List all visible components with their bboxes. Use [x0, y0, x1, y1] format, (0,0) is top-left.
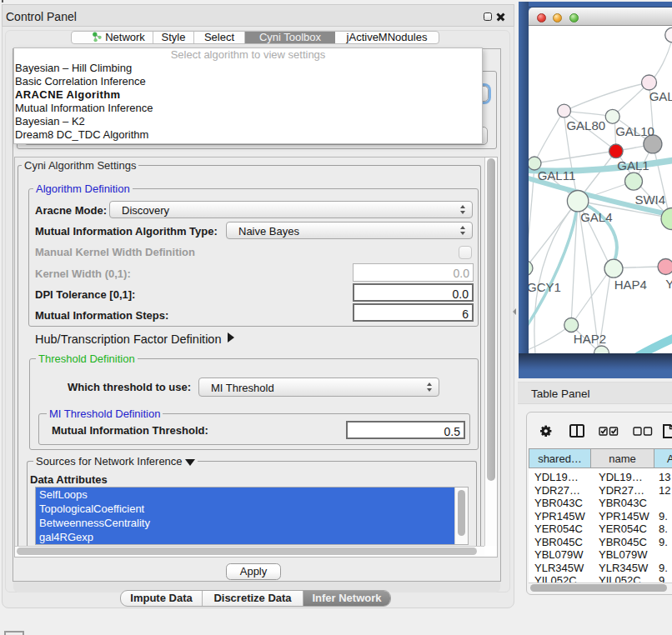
- svg-text:GAL11: GAL11: [538, 168, 576, 182]
- svg-text:GAL10: GAL10: [615, 124, 654, 138]
- svg-text:GAL7: GAL7: [649, 89, 672, 103]
- svg-text:HAP4: HAP4: [614, 278, 647, 292]
- svg-text:HAP2: HAP2: [574, 332, 606, 346]
- svg-text:YM: YM: [665, 277, 672, 291]
- svg-text:GAL4: GAL4: [580, 210, 612, 224]
- svg-text:SWI4: SWI4: [634, 192, 665, 207]
- svg-text:GAL80: GAL80: [566, 118, 605, 132]
- svg-text:GAL1: GAL1: [617, 158, 649, 172]
- svg-text:GCY1: GCY1: [529, 280, 561, 294]
